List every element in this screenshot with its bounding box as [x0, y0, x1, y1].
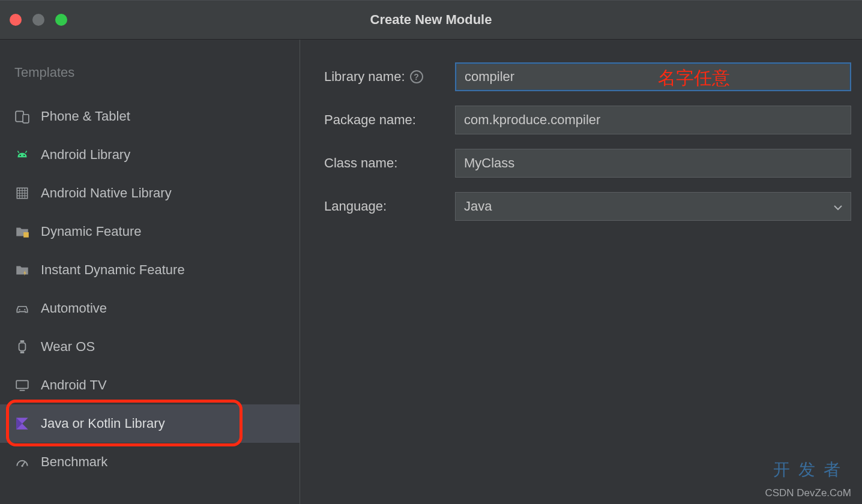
language-dropdown[interactable]: Java — [455, 192, 851, 221]
svg-point-14 — [19, 309, 20, 310]
row-library-name: Library name: ? 名字任意 — [324, 62, 851, 91]
row-package-name: Package name: — [324, 106, 851, 134]
window-title: Create New Module — [0, 12, 862, 28]
watermark-top: 开发者 — [773, 458, 849, 481]
form-panel: Library name: ? 名字任意 Package name: Class… — [300, 40, 862, 504]
class-name-input[interactable] — [464, 155, 842, 171]
folder-instant-icon — [14, 262, 30, 278]
template-item-label: Android Library — [41, 147, 130, 163]
svg-rect-16 — [19, 343, 26, 351]
svg-line-4 — [17, 151, 19, 153]
chevron-down-icon — [834, 199, 842, 214]
template-item-label: Dynamic Feature — [41, 224, 142, 239]
sidebar-heading: Templates — [0, 59, 300, 97]
template-item-kotlin[interactable]: Java or Kotlin Library — [0, 404, 300, 443]
label-language: Language: — [324, 199, 455, 214]
package-name-field[interactable] — [455, 106, 851, 134]
template-item-label: Benchmark — [41, 454, 107, 470]
minimize-window-button[interactable] — [32, 14, 44, 26]
titlebar: Create New Module — [0, 0, 862, 40]
window-controls — [10, 14, 67, 26]
template-item-label: Android Native Library — [41, 185, 172, 201]
svg-point-15 — [24, 309, 25, 310]
library-name-input[interactable] — [465, 69, 842, 85]
native-icon — [14, 185, 30, 201]
library-name-field[interactable]: 名字任意 — [455, 62, 851, 91]
svg-point-22 — [21, 465, 23, 467]
dialog-body: Templates Phone & TabletAndroid LibraryA… — [0, 40, 862, 504]
maximize-window-button[interactable] — [55, 14, 67, 26]
watch-icon — [14, 339, 30, 355]
template-item-tv[interactable]: Android TV — [0, 366, 300, 404]
label-library-name: Library name: ? — [324, 69, 455, 85]
row-language: Language: Java — [324, 192, 851, 221]
package-name-input[interactable] — [464, 112, 842, 128]
android-icon — [14, 147, 30, 163]
svg-point-3 — [23, 155, 25, 156]
template-item-label: Wear OS — [41, 339, 95, 355]
template-item-devices[interactable]: Phone & Tablet — [0, 97, 300, 136]
templates-sidebar: Templates Phone & TabletAndroid LibraryA… — [0, 40, 300, 504]
svg-rect-13 — [23, 232, 29, 238]
language-value: Java — [464, 199, 492, 214]
template-item-watch[interactable]: Wear OS — [0, 328, 300, 366]
template-item-folder-dynamic[interactable]: Dynamic Feature — [0, 212, 300, 251]
svg-rect-17 — [20, 340, 25, 342]
tv-icon — [14, 377, 30, 393]
template-item-native[interactable]: Android Native Library — [0, 174, 300, 212]
template-item-label: Phone & Tablet — [41, 109, 130, 124]
template-item-label: Automotive — [41, 301, 107, 316]
svg-rect-18 — [20, 352, 25, 353]
template-item-folder-instant[interactable]: Instant Dynamic Feature — [0, 251, 300, 289]
class-name-field[interactable] — [455, 149, 851, 178]
svg-line-5 — [25, 151, 26, 153]
label-package-name: Package name: — [324, 112, 455, 128]
car-icon — [14, 301, 30, 316]
template-item-label: Android TV — [41, 377, 107, 393]
folder-dynamic-icon — [14, 224, 30, 239]
svg-rect-1 — [23, 115, 29, 123]
template-item-car[interactable]: Automotive — [0, 289, 300, 328]
template-item-label: Instant Dynamic Feature — [41, 262, 185, 278]
row-class-name: Class name: — [324, 149, 851, 178]
close-window-button[interactable] — [10, 14, 22, 26]
benchmark-icon — [14, 454, 30, 470]
svg-rect-19 — [16, 380, 28, 388]
svg-point-2 — [20, 155, 21, 156]
template-item-android[interactable]: Android Library — [0, 136, 300, 174]
watermark-bottom: CSDN DevZe.CoM — [765, 487, 851, 499]
template-item-benchmark[interactable]: Benchmark — [0, 443, 300, 481]
help-icon[interactable]: ? — [410, 70, 423, 83]
kotlin-icon — [14, 416, 30, 431]
template-item-label: Java or Kotlin Library — [41, 416, 165, 431]
devices-icon — [14, 109, 30, 124]
label-class-name: Class name: — [324, 155, 455, 171]
